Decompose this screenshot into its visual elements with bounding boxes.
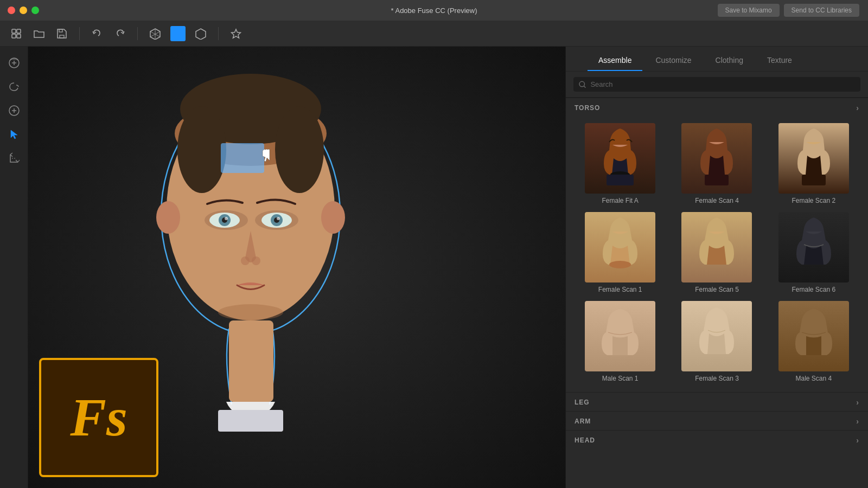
close-button[interactable] xyxy=(8,7,15,14)
female-scan-6-svg xyxy=(792,217,835,277)
tab-clothing[interactable]: Clothing xyxy=(705,50,754,71)
female-scan-4-label: Female Scan 4 xyxy=(695,197,739,204)
solid-icon[interactable] xyxy=(170,26,186,41)
svg-rect-1 xyxy=(17,29,21,33)
open-icon[interactable] xyxy=(31,26,47,41)
save-to-mixamo-button[interactable]: Save to Mixamo xyxy=(718,4,780,17)
torso-item-male-scan-1[interactable]: Male Scan 1 xyxy=(572,298,668,386)
svg-rect-42 xyxy=(607,175,634,185)
head-label: HEAD xyxy=(575,436,595,444)
wireframe-icon[interactable] xyxy=(193,26,208,41)
torso-item-female-scan-4[interactable]: Female Scan 4 xyxy=(669,120,764,208)
svg-marker-11 xyxy=(196,29,206,40)
female-scan-1-thumb xyxy=(585,212,655,282)
torso-item-female-scan-6[interactable]: Female Scan 6 xyxy=(766,209,861,297)
female-scan-3-label: Female Scan 3 xyxy=(695,375,739,382)
female-scan-1-label: Female Scan 1 xyxy=(598,286,642,293)
viewport[interactable]: Fs xyxy=(28,47,565,488)
search-bar xyxy=(566,72,868,98)
panel-scroll[interactable]: TORSO › xyxy=(566,98,868,488)
head-section-header[interactable]: HEAD › xyxy=(566,431,868,449)
arm-section: ARM › xyxy=(566,411,868,430)
maximize-button[interactable] xyxy=(31,7,39,14)
star-icon[interactable] xyxy=(228,26,244,41)
svg-rect-38 xyxy=(221,143,264,173)
svg-point-22 xyxy=(321,201,345,234)
leg-chevron: › xyxy=(856,398,859,407)
svg-rect-2 xyxy=(12,34,16,38)
logo-background: Fs xyxy=(39,358,158,477)
svg-point-36 xyxy=(218,304,283,320)
torso-item-female-scan-1[interactable]: Female Scan 1 xyxy=(572,209,668,297)
header-buttons: Save to Mixamo Send to CC Libraries xyxy=(718,4,859,17)
send-to-cc-button[interactable]: Send to CC Libraries xyxy=(784,4,859,17)
svg-point-45 xyxy=(609,261,631,268)
torso-section: TORSO › xyxy=(566,98,868,392)
traffic-lights xyxy=(8,7,39,14)
torso-items-grid: Female Fit A Female Scan 4 xyxy=(566,117,868,392)
lasso-icon[interactable] xyxy=(4,77,24,97)
male-scan-1-svg xyxy=(598,306,642,366)
torso-item-female-scan-2[interactable]: Female Scan 2 xyxy=(766,120,861,208)
arm-section-header[interactable]: ARM › xyxy=(566,412,868,430)
adobe-fuse-logo: Fs xyxy=(39,358,158,477)
head-chevron: › xyxy=(856,436,859,445)
tab-texture[interactable]: Texture xyxy=(756,50,803,71)
svg-rect-44 xyxy=(802,175,826,185)
female-scan-3-thumb xyxy=(681,301,752,371)
torso-label: TORSO xyxy=(575,104,600,112)
female-scan-3-svg xyxy=(695,306,738,366)
male-scan-4-thumb xyxy=(778,301,849,371)
svg-point-34 xyxy=(241,256,250,265)
character-face-svg xyxy=(137,63,370,442)
female-fit-a-thumb xyxy=(585,123,655,194)
transform-icon[interactable] xyxy=(4,149,24,168)
female-scan-5-svg xyxy=(695,217,738,277)
toolbar xyxy=(0,21,868,47)
svg-point-21 xyxy=(156,201,180,234)
logo-text: Fs xyxy=(70,390,127,445)
window-title: * Adobe Fuse CC (Preview) xyxy=(391,7,477,15)
female-scan-5-thumb xyxy=(681,212,752,282)
search-input[interactable] xyxy=(590,80,855,88)
add-icon[interactable] xyxy=(4,101,24,120)
svg-point-19 xyxy=(177,106,226,193)
tab-customize[interactable]: Customize xyxy=(644,50,702,71)
female-fit-a-label: Female Fit A xyxy=(602,197,638,204)
torso-section-header[interactable]: TORSO › xyxy=(566,98,868,117)
mesh-icon[interactable] xyxy=(148,26,163,41)
redo-icon[interactable] xyxy=(112,26,127,41)
minimize-button[interactable] xyxy=(20,7,27,14)
torso-item-male-scan-4[interactable]: Male Scan 4 xyxy=(766,298,861,386)
leg-section-header[interactable]: LEG › xyxy=(566,393,868,411)
torso-item-female-scan-5[interactable]: Female Scan 5 xyxy=(669,209,764,297)
svg-point-39 xyxy=(579,81,585,87)
svg-rect-3 xyxy=(17,34,21,38)
torso-item-female-fit-a[interactable]: Female Fit A xyxy=(572,120,668,208)
torso-chevron: › xyxy=(856,104,859,112)
titlebar: * Adobe Fuse CC (Preview) Save to Mixamo… xyxy=(0,0,868,21)
female-scan-2-label: Female Scan 2 xyxy=(792,197,835,204)
tab-assemble[interactable]: Assemble xyxy=(588,50,642,71)
main-area: Fs Assemble Customize Clothing Texture xyxy=(0,47,868,488)
female-scan-6-label: Female Scan 6 xyxy=(792,286,835,293)
female-scan-2-svg xyxy=(792,129,835,188)
svg-rect-23 xyxy=(229,320,273,402)
male-scan-4-label: Male Scan 4 xyxy=(795,375,832,382)
add-body-part-icon[interactable] xyxy=(4,53,24,73)
svg-point-35 xyxy=(252,256,260,265)
add-character-icon[interactable] xyxy=(9,26,24,41)
undo-icon[interactable] xyxy=(90,26,105,41)
male-scan-1-label: Male Scan 1 xyxy=(602,375,639,382)
svg-rect-37 xyxy=(218,410,283,432)
female-scan-4-thumb xyxy=(681,123,752,194)
save-icon[interactable] xyxy=(54,26,69,41)
female-scan-5-label: Female Scan 5 xyxy=(695,286,739,293)
male-scan-1-thumb xyxy=(585,301,655,371)
separator-2 xyxy=(137,27,138,40)
select-arrow-icon[interactable] xyxy=(4,125,24,144)
female-scan-2-thumb xyxy=(778,123,849,194)
leg-section: LEG › xyxy=(566,392,868,411)
svg-rect-43 xyxy=(705,175,729,185)
torso-item-female-scan-3[interactable]: Female Scan 3 xyxy=(669,298,764,386)
